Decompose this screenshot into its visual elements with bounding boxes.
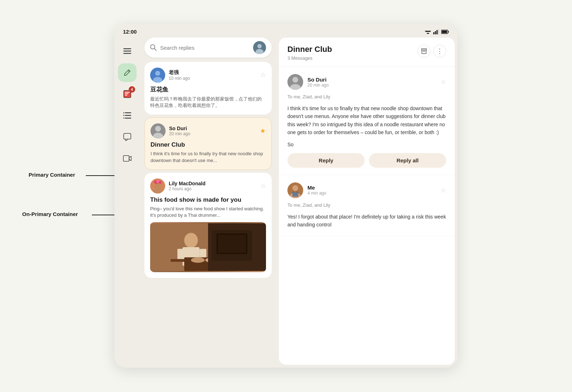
svg-rect-34 — [153, 75, 162, 77]
more-options-icon: ⋮ — [437, 48, 443, 54]
signal-icon — [433, 29, 439, 34]
sidebar-list-button[interactable] — [118, 106, 137, 125]
svg-point-21 — [123, 112, 124, 113]
archive-button[interactable] — [418, 45, 430, 58]
svg-rect-25 — [123, 156, 129, 161]
svg-point-47 — [184, 233, 198, 248]
email-preview-1: 最近忙吗？昨晚我去了你最爱的那家饭馆，点了他们的特色豆花鱼，吃着吃着就想你了。 — [150, 96, 266, 109]
detail-title: Dinner Club — [287, 45, 332, 54]
search-input[interactable] — [160, 45, 250, 51]
sender-time-2: 20 min ago — [169, 131, 190, 136]
archive-icon — [421, 48, 427, 54]
inbox-badge: 4 — [129, 86, 135, 93]
avatar-lily — [150, 178, 165, 193]
svg-rect-7 — [438, 29, 439, 34]
message-1-sender-name: So Duri — [307, 77, 329, 83]
sender-time-1: 10 min ago — [169, 76, 190, 81]
annotation-on-primary-label: On-Primary Container — [22, 211, 78, 217]
sidebar-video-button[interactable] — [118, 149, 137, 168]
svg-rect-13 — [123, 53, 131, 54]
svg-rect-68 — [292, 192, 298, 197]
svg-rect-6 — [437, 30, 438, 34]
svg-rect-9 — [442, 30, 447, 33]
reply-button[interactable]: Reply — [287, 153, 365, 168]
video-icon — [123, 155, 132, 162]
sidebar-inbox-button[interactable]: 4 — [118, 85, 137, 103]
message-card-2: Me 4 min ago ☆ To me, Ziad, and Lily Yes… — [279, 175, 455, 236]
svg-point-41 — [159, 181, 162, 184]
hamburger-icon — [123, 48, 131, 54]
avatar-lao-qiang — [150, 68, 165, 83]
status-time: 12:00 — [123, 29, 137, 35]
search-bar[interactable] — [144, 38, 272, 58]
reply-buttons: Reply Reply all — [287, 153, 446, 168]
svg-rect-4 — [433, 32, 434, 34]
list-icon — [123, 112, 131, 119]
sender-details-1: 老强 10 min ago — [169, 69, 190, 81]
message-2-star[interactable]: ☆ — [440, 186, 446, 194]
svg-rect-5 — [435, 31, 436, 34]
message-1-star[interactable]: ☆ — [440, 78, 446, 86]
so-duri-detail-avatar-svg — [287, 74, 303, 90]
message-avatar-me — [287, 182, 303, 198]
email-subject-2: Dinner Club — [151, 141, 266, 148]
annotation-primary-label: Primary Container — [29, 172, 75, 178]
svg-point-22 — [123, 115, 124, 116]
sender-name-3: Lily MacDonald — [169, 181, 206, 186]
star-icon-2[interactable]: ★ — [260, 127, 266, 135]
so-duri-avatar-list-svg — [151, 123, 166, 138]
user-avatar — [253, 41, 266, 54]
detail-subtitle: 3 Messages — [287, 55, 332, 61]
sidebar-chat-button[interactable] — [118, 128, 137, 146]
lao-qiang-avatar-svg — [150, 68, 165, 83]
message-1-sender-info: So Duri 20 min ago — [307, 77, 329, 88]
food-show-image — [150, 222, 266, 272]
sidebar-compose-button[interactable] — [118, 63, 137, 82]
message-1-header: So Duri 20 min ago ☆ — [287, 74, 446, 90]
lily-avatar-svg — [150, 178, 165, 193]
sidebar: 4 — [114, 38, 140, 368]
email-card-1-header: 老强 10 min ago ☆ — [150, 68, 266, 83]
reply-all-button[interactable]: Reply all — [369, 153, 446, 168]
svg-rect-60 — [422, 50, 426, 54]
svg-point-23 — [123, 118, 124, 119]
more-options-button[interactable]: ⋮ — [433, 45, 446, 58]
message-2-body: Yes! I forgot about that place! I'm defi… — [287, 213, 446, 229]
detail-panel: Dinner Club 3 Messages ⋮ — [279, 38, 455, 365]
user-avatar-svg — [253, 41, 266, 54]
message-2-sender-name: Me — [307, 185, 326, 191]
email-card-3-header: Lily MacDonald 2 hours ago ☆ — [150, 178, 266, 193]
message-1-signature: So — [287, 142, 446, 147]
message-1-sender: So Duri 20 min ago — [287, 74, 329, 90]
detail-body: So Duri 20 min ago ☆ To me, Ziad, and Li… — [279, 67, 455, 365]
message-2-sender-info: Me 4 min ago — [307, 185, 326, 196]
email-subject-3: This food show is made for you — [150, 196, 266, 204]
detail-actions: ⋮ — [418, 45, 446, 58]
detail-header: Dinner Club 3 Messages ⋮ — [279, 38, 455, 67]
main-area: 4 — [114, 38, 458, 368]
svg-rect-18 — [125, 112, 131, 113]
email-sender-info-1: 老强 10 min ago — [150, 68, 190, 83]
message-2-header: Me 4 min ago ☆ — [287, 182, 446, 198]
email-card-3[interactable]: Lily MacDonald 2 hours ago ☆ This food s… — [144, 173, 272, 278]
star-icon-1[interactable]: ☆ — [260, 71, 266, 79]
star-icon-3[interactable]: ☆ — [260, 182, 266, 190]
svg-rect-61 — [423, 51, 425, 52]
svg-point-53 — [191, 258, 204, 263]
battery-icon — [441, 30, 449, 34]
svg-rect-49 — [177, 249, 184, 261]
annotation-on-primary-container: On-Primary Container — [22, 211, 78, 217]
status-icons — [425, 29, 449, 34]
message-2-sender: Me 4 min ago — [287, 182, 326, 198]
message-1-time: 20 min ago — [307, 83, 329, 88]
detail-title-area: Dinner Club 3 Messages — [287, 45, 332, 61]
email-card-2[interactable]: So Duri 20 min ago ★ Dinner Club I think… — [144, 117, 272, 170]
email-preview-2: I think it's time for us to finally try … — [151, 151, 266, 163]
status-bar: 12:00 — [114, 24, 458, 38]
sidebar-menu-icon[interactable] — [118, 42, 137, 60]
svg-point-63 — [292, 77, 298, 83]
svg-rect-16 — [125, 93, 128, 94]
me-avatar-svg — [287, 182, 303, 198]
email-card-1[interactable]: 老强 10 min ago ☆ 豆花鱼 最近忙吗？昨晚我去了你最爱的那家饭馆，点… — [144, 62, 272, 114]
email-preview-3: Ping– you'd love this new food show I st… — [150, 206, 266, 219]
